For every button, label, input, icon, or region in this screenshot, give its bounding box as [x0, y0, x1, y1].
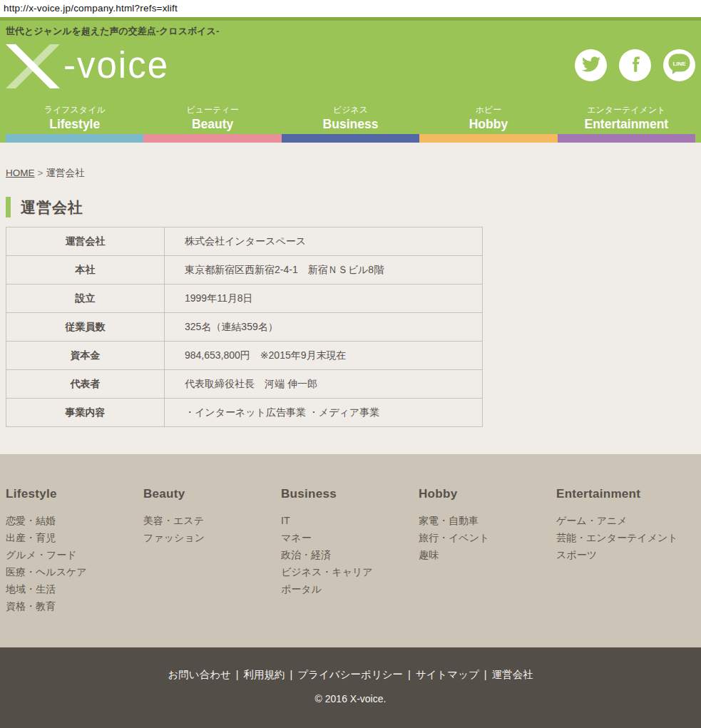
- footer-link[interactable]: 地域・生活: [6, 580, 56, 598]
- contact-link[interactable]: お問い合わせ: [168, 669, 230, 680]
- main-content: HOME>運営会社 運営会社 運営会社 株式会社インタースペース 本社 東京都新…: [0, 143, 701, 454]
- nav-label-en: Lifestyle: [6, 117, 143, 132]
- footer-link[interactable]: 芸能・エンターテイメント: [556, 529, 678, 546]
- footer-link[interactable]: 医療・ヘルスケア: [6, 563, 87, 580]
- footer-col-lifestyle: Lifestyle 恋愛・結婚 出産・育児 グルメ・フード 医療・ヘルスケア 地…: [6, 487, 143, 647]
- footer-link[interactable]: 旅行・イベント: [419, 529, 489, 546]
- footer-heading: Beauty: [143, 487, 281, 501]
- footer-link[interactable]: 恋愛・結婚: [6, 512, 56, 529]
- footer-link[interactable]: 政治・経済: [281, 546, 331, 563]
- breadcrumb-current: 運営会社: [46, 168, 84, 178]
- footer-link[interactable]: 美容・エステ: [143, 512, 204, 529]
- footer-col-entertainment: Entertainment ゲーム・アニメ 芸能・エンターテイメント スポーツ: [556, 487, 694, 647]
- row-value: 東京都新宿区西新宿2-4-1 新宿ＮＳビル8階: [165, 256, 483, 284]
- nav-item-hobby[interactable]: ホビー Hobby: [419, 103, 557, 134]
- privacy-policy-link[interactable]: プライバシーポリシー: [297, 669, 403, 680]
- twitter-icon: [582, 55, 600, 76]
- nav-item-beauty[interactable]: ビューティー Beauty: [143, 103, 281, 134]
- nav-label-jp: ホビー: [419, 103, 557, 116]
- footer-heading: Hobby: [419, 487, 556, 501]
- sitemap-link[interactable]: サイトマップ: [416, 669, 479, 680]
- table-row: 代表者 代表取締役社長 河端 伸一郎: [6, 370, 483, 399]
- footer-link[interactable]: ポータル: [281, 580, 322, 598]
- nav-label-jp: ビューティー: [143, 103, 281, 116]
- footer-link[interactable]: 家電・自動車: [419, 512, 479, 529]
- row-label: 運営会社: [6, 227, 165, 256]
- twitter-button[interactable]: [575, 49, 607, 81]
- category-color-strip: [6, 134, 695, 143]
- nav-label-en: Business: [282, 117, 419, 132]
- row-value: 株式会社インタースペース: [165, 227, 483, 256]
- facebook-button[interactable]: [619, 49, 651, 81]
- footer-heading: Lifestyle: [6, 487, 143, 501]
- table-row: 資本金 984,653,800円 ※2015年9月末現在: [6, 342, 483, 370]
- logo-row: -voice: [0, 40, 701, 103]
- footer-link[interactable]: 資格・教育: [6, 598, 56, 615]
- strip-beauty: [143, 134, 281, 143]
- footer-link[interactable]: グルメ・フード: [6, 546, 77, 563]
- page-title: 運営会社: [6, 197, 695, 217]
- bottom-bar: お問い合わせ|利用規約|プライバシーポリシー|サイトマップ|運営会社 © 201…: [0, 647, 701, 728]
- row-label: 事業内容: [6, 399, 165, 427]
- line-button[interactable]: LINE: [663, 49, 695, 81]
- footer-col-hobby: Hobby 家電・自動車 旅行・イベント 趣味: [419, 487, 556, 647]
- footer-link[interactable]: 出産・育児: [6, 529, 56, 546]
- nav-label-jp: エンターテイメント: [558, 103, 695, 116]
- row-label: 本社: [6, 256, 165, 284]
- logo-wordmark: -voice: [63, 44, 169, 87]
- breadcrumb-separator: >: [38, 168, 44, 178]
- nav-item-business[interactable]: ビジネス Business: [282, 103, 419, 134]
- footer-link[interactable]: ファッション: [143, 529, 205, 546]
- site-tagline: 世代とジャンルを超えた声の交差点-クロスボイス-: [0, 21, 701, 40]
- footer-link[interactable]: マネー: [281, 529, 312, 546]
- line-icon: LINE: [668, 53, 690, 78]
- row-label: 代表者: [6, 370, 165, 399]
- company-link[interactable]: 運営会社: [492, 669, 533, 680]
- social-links: LINE: [575, 49, 695, 81]
- nav-label-jp: ライフスタイル: [6, 103, 143, 116]
- copyright: © 2016 X-voice.: [0, 693, 701, 704]
- facebook-icon: [626, 55, 645, 76]
- page-title-text: 運営会社: [21, 198, 83, 217]
- terms-link[interactable]: 利用規約: [244, 669, 285, 680]
- footer-link[interactable]: 趣味: [419, 546, 439, 563]
- footer-link[interactable]: ビジネス・キャリア: [281, 563, 373, 580]
- breadcrumb: HOME>運営会社: [6, 167, 695, 180]
- site-header: 世代とジャンルを超えた声の交差点-クロスボイス- -voice: [0, 17, 701, 143]
- table-row: 運営会社 株式会社インタースペース: [6, 227, 483, 256]
- link-separator: |: [290, 669, 293, 680]
- link-separator: |: [236, 669, 239, 680]
- footer-link[interactable]: ゲーム・アニメ: [556, 512, 628, 529]
- strip-entertainment: [558, 134, 695, 143]
- row-label: 従業員数: [6, 313, 165, 342]
- row-label: 資本金: [6, 342, 165, 370]
- link-separator: |: [408, 669, 411, 680]
- strip-lifestyle: [6, 134, 143, 143]
- table-row: 従業員数 325名（連結359名）: [6, 313, 483, 342]
- footer-link[interactable]: スポーツ: [556, 546, 597, 563]
- table-row: 設立 1999年11月8日: [6, 284, 483, 313]
- site-logo[interactable]: -voice: [6, 44, 169, 88]
- row-label: 設立: [6, 284, 165, 313]
- strip-business: [282, 134, 419, 143]
- strip-hobby: [419, 134, 557, 143]
- row-value: 325名（連結359名）: [165, 313, 483, 342]
- footer-link[interactable]: IT: [281, 512, 290, 529]
- row-value: ・インターネット広告事業 ・メディア事業: [165, 399, 483, 427]
- sitemap-footer: Lifestyle 恋愛・結婚 出産・育児 グルメ・フード 医療・ヘルスケア 地…: [0, 454, 701, 647]
- table-row: 事業内容 ・インターネット広告事業 ・メディア事業: [6, 399, 483, 427]
- footer-heading: Entertainment: [556, 487, 694, 501]
- table-row: 本社 東京都新宿区西新宿2-4-1 新宿ＮＳビル8階: [6, 256, 483, 284]
- nav-item-lifestyle[interactable]: ライフスタイル Lifestyle: [6, 103, 143, 134]
- row-value: 代表取締役社長 河端 伸一郎: [165, 370, 483, 399]
- nav-item-entertainment[interactable]: エンターテイメント Entertainment: [558, 103, 695, 134]
- bottom-links: お問い合わせ|利用規約|プライバシーポリシー|サイトマップ|運営会社: [0, 668, 701, 682]
- logo-x-icon: [6, 44, 61, 88]
- row-value: 1999年11月8日: [165, 284, 483, 313]
- main-nav: ライフスタイル Lifestyle ビューティー Beauty ビジネス Bus…: [6, 103, 695, 134]
- breadcrumb-home-link[interactable]: HOME: [6, 168, 35, 178]
- link-separator: |: [484, 669, 487, 680]
- nav-label-en: Hobby: [419, 117, 557, 132]
- footer-heading: Business: [281, 487, 419, 501]
- nav-label-en: Beauty: [143, 117, 281, 132]
